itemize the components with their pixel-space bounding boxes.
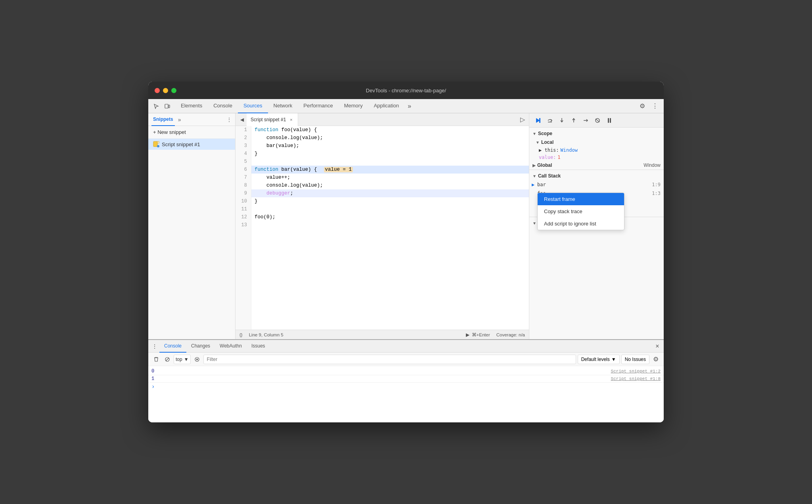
status-bar: {} Line 9, Column 5 ▶ ⌘+Enter Coverage: …: [236, 330, 529, 339]
call-stack-triangle-icon: ▼: [532, 174, 536, 178]
default-levels-dropdown[interactable]: Default levels ▼: [578, 355, 620, 364]
window-title: DevTools - chrome://new-tab-page/: [366, 88, 446, 94]
sidebar-more-icon[interactable]: »: [178, 116, 181, 123]
more-tabs-icon[interactable]: »: [404, 103, 414, 110]
scope-item-value: value: 1: [529, 154, 664, 161]
tab-changes[interactable]: Changes: [186, 340, 215, 353]
editor-run-icon[interactable]: ▷: [518, 115, 527, 124]
sidebar-item-label: Script snippet #1: [162, 141, 200, 147]
cursor-icon[interactable]: [151, 101, 161, 111]
console-toolbar: top ▼ Default levels ▼ No Issues: [148, 353, 664, 366]
svg-point-18: [196, 359, 198, 360]
show-live-expressions-icon[interactable]: [192, 355, 202, 364]
main-content: Snippets » ⋮ + New snippet Script snippe…: [148, 113, 664, 339]
step-over-button[interactable]: [544, 115, 555, 126]
maximize-button[interactable]: [171, 88, 176, 93]
tab-console[interactable]: Console: [208, 99, 238, 113]
local-scope-header[interactable]: ▼ Local: [529, 138, 664, 147]
resume-button[interactable]: [532, 115, 544, 126]
sidebar-snippets-tab[interactable]: Snippets: [151, 113, 175, 126]
svg-point-4: [157, 145, 159, 147]
console-source-1[interactable]: Script snippet #1:8: [611, 376, 661, 381]
global-value: Window: [643, 162, 661, 168]
tab-sources[interactable]: Sources: [238, 99, 268, 113]
tab-console-bottom[interactable]: Console: [159, 340, 186, 353]
step-into-button[interactable]: [556, 115, 567, 126]
tab-memory[interactable]: Memory: [339, 99, 368, 113]
kebab-menu-icon[interactable]: ⋮: [649, 101, 661, 112]
top-tabs-bar: Elements Console Sources Network Perform…: [148, 99, 664, 113]
editor-area: ◀ Script snippet #1 × ▷ 1 2 3 4 5 6: [236, 113, 529, 339]
pause-on-exceptions-button[interactable]: [604, 115, 615, 126]
call-stack-header[interactable]: ▼ Call Stack: [529, 172, 664, 180]
console-filter-input[interactable]: [203, 355, 576, 364]
scope-section-header[interactable]: ▼ Scope: [529, 129, 664, 138]
close-button[interactable]: [155, 88, 160, 93]
console-prompt[interactable]: ›: [148, 383, 664, 391]
step-button[interactable]: [580, 115, 591, 126]
cursor-position: Line 9, Column 5: [249, 332, 283, 337]
context-menu-restart-frame[interactable]: Restart frame: [538, 193, 624, 205]
editor-tab-back-icon[interactable]: ◀: [237, 115, 247, 124]
global-scope-header[interactable]: ▶ Global Window: [529, 161, 664, 170]
console-source-0[interactable]: Script snippet #1:2: [611, 369, 661, 374]
call-stack-item-bar[interactable]: ▶ bar 1:9: [529, 180, 664, 189]
svg-rect-0: [165, 104, 168, 108]
tab-application[interactable]: Application: [368, 99, 405, 113]
deactivate-breakpoints-button[interactable]: [592, 115, 603, 126]
context-selector[interactable]: top ▼: [174, 355, 191, 364]
sidebar-item-script-snippet-1[interactable]: Script snippet #1: [148, 139, 235, 150]
code-line-12: foo(0);: [251, 213, 529, 221]
editor-tab-script-snippet[interactable]: Script snippet #1 ×: [247, 113, 298, 126]
tab-elements[interactable]: Elements: [175, 99, 208, 113]
settings-icon[interactable]: ⚙: [637, 101, 648, 112]
top-tabs-list: Elements Console Sources Network Perform…: [175, 99, 637, 113]
coverage-status: Coverage: n/a: [496, 332, 525, 337]
block-requests-icon[interactable]: [163, 355, 172, 364]
code-area: 1 2 3 4 5 6 7 8 9 10 11 12 13: [236, 126, 529, 330]
context-menu-add-to-ignore[interactable]: Add script to ignore list: [538, 218, 624, 230]
tab-performance[interactable]: Performance: [298, 99, 338, 113]
tab-issues[interactable]: Issues: [247, 340, 270, 353]
pretty-print-button[interactable]: {}: [239, 332, 243, 337]
editor-tab-label: Script snippet #1: [251, 117, 286, 122]
new-snippet-label: + New snippet: [153, 129, 186, 135]
console-close-icon[interactable]: ×: [653, 342, 662, 351]
run-snippet-button[interactable]: ▶ ⌘+Enter: [466, 332, 490, 338]
debug-toolbar: [529, 113, 664, 128]
scope-triangle-icon: ▼: [532, 132, 536, 136]
code-line-8: console.log(value);: [251, 181, 529, 189]
sidebar: Snippets » ⋮ + New snippet Script snippe…: [148, 113, 236, 339]
sidebar-header: Snippets » ⋮: [148, 113, 235, 126]
tab-webauthn[interactable]: WebAuthn: [215, 340, 247, 353]
console-output: 0 Script snippet #1:2 1 Script snippet #…: [148, 366, 664, 422]
scope-value-key: value:: [539, 155, 556, 160]
editor-tab-close-icon[interactable]: ×: [288, 117, 294, 122]
device-icon[interactable]: [163, 101, 172, 111]
minimize-button[interactable]: [163, 88, 168, 93]
scope-value-val: 1: [557, 155, 560, 160]
scope-label: Scope: [538, 131, 552, 136]
console-tab-kebab-icon[interactable]: ⋮: [150, 342, 159, 351]
no-issues-button[interactable]: No Issues: [621, 355, 649, 364]
local-label: Local: [541, 139, 553, 145]
console-line-1: 1 Script snippet #1:8: [148, 375, 664, 383]
global-label: Global: [537, 162, 552, 168]
devtools-body: Elements Console Sources Network Perform…: [148, 99, 664, 422]
context-menu: Restart frame Copy stack trace Add scrip…: [537, 193, 624, 230]
code-lines[interactable]: function foo(value) { console.log(value)…: [251, 126, 529, 330]
call-stack-bar-loc: 1:9: [652, 182, 661, 187]
tab-network[interactable]: Network: [268, 99, 298, 113]
svg-rect-14: [610, 118, 611, 123]
console-settings-icon[interactable]: ⚙: [651, 355, 661, 364]
devtools-window: DevTools - chrome://new-tab-page/ Elemen…: [148, 82, 664, 422]
line-numbers: 1 2 3 4 5 6 7 8 9 10 11 12 13: [236, 126, 251, 330]
new-snippet-button[interactable]: + New snippet: [148, 126, 235, 139]
scope-section: ▼ Scope ▼ Local ▶ this: Window value: 1: [529, 128, 664, 339]
context-menu-copy-stack-trace[interactable]: Copy stack trace: [538, 205, 624, 218]
clear-console-icon[interactable]: [151, 355, 161, 364]
sidebar-kebab-icon[interactable]: ⋮: [226, 116, 232, 123]
step-out-button[interactable]: [568, 115, 579, 126]
call-stack-arrow-icon: ▶: [532, 182, 534, 187]
svg-line-16: [166, 358, 169, 361]
